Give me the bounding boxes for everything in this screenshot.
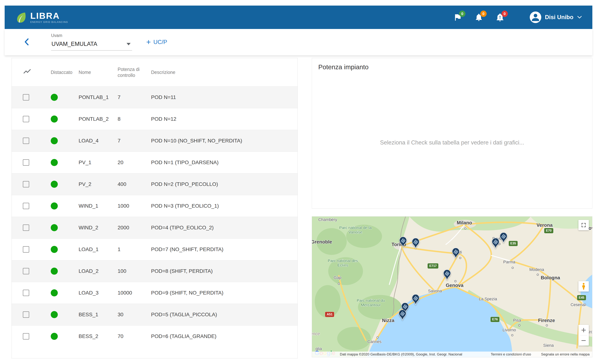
map-marker[interactable] xyxy=(491,238,500,249)
app-page: LIBRA ENERGY GRID BALANCING 0 0 xyxy=(0,0,597,364)
map-marker[interactable] xyxy=(398,310,407,321)
cell-nome: WIND_1 xyxy=(79,203,118,209)
streetview-pegman-button[interactable] xyxy=(578,281,589,292)
table-row[interactable]: LOAD_4 7 POD N=10 (NO_SHIFT, NO_PERDITA) xyxy=(12,130,298,152)
status-dot xyxy=(51,333,58,340)
cell-nome: LOAD_1 xyxy=(79,247,118,252)
chevron-left-icon xyxy=(22,37,32,47)
map-marker[interactable] xyxy=(411,294,420,305)
alarms-button[interactable]: 0 xyxy=(495,13,504,22)
zoom-in-button[interactable]: + xyxy=(578,325,589,335)
map-label: Cesena xyxy=(571,302,585,307)
row-checkbox[interactable] xyxy=(23,290,29,296)
map-marker[interactable] xyxy=(443,269,451,280)
map-label: Cannes xyxy=(367,339,381,344)
table-row[interactable]: PV_1 20 POD N=1 (TIPO_DARSENA) xyxy=(12,152,298,173)
table-row[interactable]: LOAD_3 10000 POD=9 (SHIFT, NO_PERDITA) xyxy=(12,282,298,304)
cell-descrizione: POD N=1 (TIPO_DARSENA) xyxy=(151,160,292,165)
row-checkbox[interactable] xyxy=(23,225,29,231)
table-row[interactable]: LOAD_2 100 POD=8 (SHIFT, PERDITA) xyxy=(12,260,298,282)
add-ucp-button[interactable]: + UC/P xyxy=(146,38,167,46)
map-marker[interactable] xyxy=(411,238,420,249)
row-checkbox[interactable] xyxy=(23,246,29,253)
back-button[interactable] xyxy=(22,37,32,47)
cell-nome: PONTLAB_1 xyxy=(79,94,118,100)
add-ucp-label: UC/P xyxy=(153,39,167,46)
cell-descrizione: POD=8 (SHIFT, PERDITA) xyxy=(151,268,292,274)
city-dot xyxy=(584,304,586,306)
status-dot xyxy=(51,202,58,209)
status-dot xyxy=(51,116,58,123)
status-dot xyxy=(51,137,58,144)
cell-potenza: 10000 xyxy=(118,290,151,296)
header-potenza: Potenza di controllo xyxy=(118,66,151,78)
row-checkbox[interactable] xyxy=(23,138,29,144)
status-dot xyxy=(51,311,58,318)
cell-potenza: 1000 xyxy=(118,203,151,209)
row-checkbox[interactable] xyxy=(23,203,29,209)
avatar xyxy=(530,12,541,23)
row-checkbox[interactable] xyxy=(23,159,29,166)
table-row[interactable]: WIND_2 2000 POD=4 (TIPO_EOLICO_2) xyxy=(12,217,298,239)
trend-chart-icon xyxy=(23,67,51,77)
cell-descrizione: POD N=3 (TIPO_EOLICO_1) xyxy=(151,203,292,209)
person-icon xyxy=(530,12,541,23)
map-label: Provence xyxy=(312,331,320,336)
status-dot xyxy=(51,246,58,253)
row-checkbox[interactable] xyxy=(23,311,29,318)
city-dot xyxy=(518,324,520,326)
city-dot xyxy=(511,334,513,336)
flag-button[interactable]: 0 xyxy=(453,13,462,22)
table-row[interactable]: PV_2 400 POD N=2 (TIPO_PECOLLO) xyxy=(12,173,298,195)
cell-descrizione: POD N=2 (TIPO_PECOLLO) xyxy=(151,181,292,187)
pegman-icon xyxy=(581,283,586,290)
notifications-badge: 0 xyxy=(480,11,487,17)
row-checkbox[interactable] xyxy=(23,181,29,187)
map-label: Nizza xyxy=(382,318,394,323)
status-dot xyxy=(51,159,58,166)
cell-potenza: 2000 xyxy=(118,225,151,231)
toolbar: Uvam UVAM_EMULATA + UC/P xyxy=(5,29,592,55)
potenza-impianto-card: Potenza impianto Seleziona il Check sull… xyxy=(312,58,592,209)
table-row[interactable]: PONTLAB_1 7 POD N=11 xyxy=(12,86,298,108)
fullscreen-button[interactable] xyxy=(578,220,589,230)
map-marker[interactable] xyxy=(399,236,407,248)
road-badge: E717 xyxy=(428,263,439,269)
cell-potenza: 20 xyxy=(118,160,151,165)
row-checkbox[interactable] xyxy=(23,116,29,122)
status-dot xyxy=(51,289,58,296)
map-marker[interactable] xyxy=(499,232,508,243)
cell-nome: BESS_1 xyxy=(79,312,118,318)
cell-nome: PV_1 xyxy=(79,160,118,165)
map-terms-link[interactable]: Termini e condizioni d'uso xyxy=(491,352,531,356)
cell-descrizione: POD=4 (TIPO_EOLICO_2) xyxy=(151,225,292,231)
map-canvas[interactable]: Chambéry Milano Verona Padova Grenoble P… xyxy=(312,216,592,357)
table-row[interactable]: WIND_1 1000 POD N=3 (TIPO_EOLICO_1) xyxy=(12,195,298,217)
uvam-select-value-row[interactable]: UVAM_EMULATA xyxy=(51,39,132,51)
brand-logo[interactable]: LIBRA ENERGY GRID BALANCING xyxy=(15,11,68,23)
cell-potenza: 100 xyxy=(118,268,151,274)
chevron-down-icon xyxy=(577,15,582,19)
top-navbar: LIBRA ENERGY GRID BALANCING 0 0 xyxy=(5,6,592,29)
table-row[interactable]: PONTLAB_2 8 POD N=12 xyxy=(12,108,298,130)
map-label: Pisa xyxy=(513,318,521,323)
table-row[interactable]: LOAD_1 1 POD=7 (NO_SHIFT, PERDITA) xyxy=(12,239,298,260)
map-label: Bologna xyxy=(541,275,560,280)
uvam-select[interactable]: Uvam UVAM_EMULATA xyxy=(51,33,132,51)
row-checkbox[interactable] xyxy=(23,94,29,101)
cell-descrizione: POD N=12 xyxy=(151,116,292,122)
notifications-button[interactable]: 0 xyxy=(474,13,483,22)
row-checkbox[interactable] xyxy=(23,333,29,340)
road-badge: A51 xyxy=(325,312,334,317)
user-menu[interactable]: Disi Unibo xyxy=(530,12,582,23)
map-marker[interactable] xyxy=(452,248,460,259)
header-nome: Nome xyxy=(79,69,118,75)
brand-tagline: ENERGY GRID BALANCING xyxy=(30,21,68,23)
row-checkbox[interactable] xyxy=(23,268,29,274)
map-label: Savona xyxy=(428,289,442,294)
leaf-icon xyxy=(15,11,28,23)
zoom-out-button[interactable]: − xyxy=(578,335,589,346)
table-row[interactable]: BESS_1 30 POD=5 (TAGLIA_PICCOLA) xyxy=(12,304,298,325)
table-row[interactable]: BESS_2 70 POD=6 (TAGLIA_GRANDE) xyxy=(12,325,298,347)
map-report-link[interactable]: Segnala un errore nella mappa xyxy=(541,352,589,356)
